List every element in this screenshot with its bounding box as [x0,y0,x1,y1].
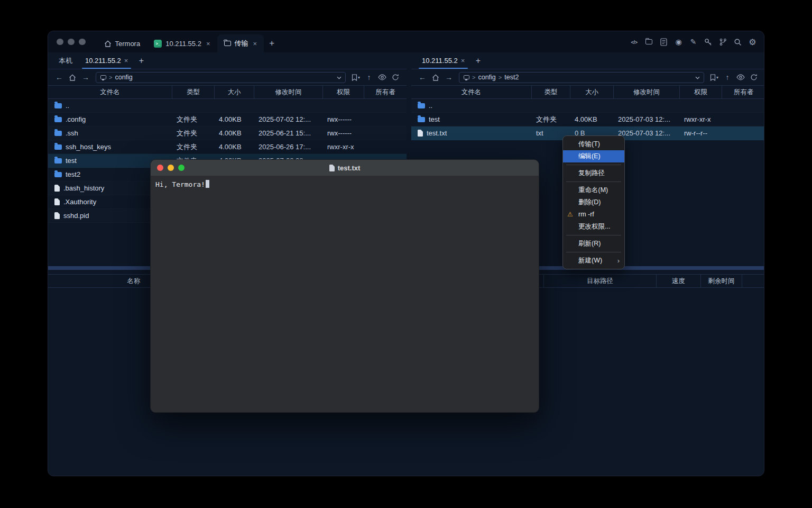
upload-button[interactable]: ↑ [363,71,375,83]
file-perm [680,99,722,112]
folder-icon[interactable] [644,38,653,47]
column-header-type[interactable]: 类型 [532,86,570,98]
column-header-name[interactable]: 文件名 [48,86,172,98]
pane-tab-bar: 10.211.55.2 × + [411,52,764,69]
file-row[interactable]: .ssh 文件夹4.00KB2025-06-21 15:...rwx------ [48,126,407,140]
column-header-perm[interactable]: 权限 [680,86,722,98]
tab-ssh-host[interactable]: >_ 10.211.55.2 × [147,34,217,52]
zoom-window-button[interactable] [79,39,86,46]
file-row[interactable]: .. [411,99,764,113]
show-hidden-button[interactable] [735,71,746,83]
file-table-header: 文件名 类型 大小 修改时间 权限 所有者 [411,85,764,99]
menu-item-delete[interactable]: 删除(D) [563,196,624,208]
titlebar-actions: </> ◉ ✎ ⚙ [630,31,757,52]
editor-titlebar[interactable]: test.txt [151,160,539,176]
menu-item-chmod[interactable]: 更改权限... [563,221,624,233]
column-header-mtime[interactable]: 修改时间 [614,86,680,98]
file-name-cell: .. [48,99,172,112]
caret-down-icon: ▾ [716,75,718,80]
home-button[interactable] [67,71,78,83]
editor-content[interactable]: Hi, Termora! [151,176,539,192]
home-button[interactable] [430,71,441,83]
breadcrumb-segment[interactable]: config [115,74,132,81]
close-icon[interactable]: × [124,57,128,65]
menu-item-copy-path[interactable]: 复制路径 [563,167,624,179]
menu-item-new[interactable]: 新建(W)› [563,255,624,267]
pane-tab-local[interactable]: 本机 [52,52,79,69]
file-name-cell: test.txt [411,126,532,140]
refresh-button[interactable] [390,71,401,83]
close-icon[interactable]: × [206,40,210,48]
path-bar[interactable]: > config > test2 [459,72,704,83]
tab-label: Termora [115,40,141,48]
back-button[interactable]: ← [53,71,65,83]
breadcrumb-segment[interactable]: config [478,74,495,81]
breadcrumb-segment[interactable]: test2 [504,74,519,81]
file-perm: rwx------ [323,126,364,140]
menu-item-rm-rf[interactable]: ⚠rm -rf [563,208,624,221]
file-row[interactable]: .config 文件夹4.00KB2025-07-02 12:...rwx---… [48,113,407,126]
file-row[interactable]: test 文件夹4.00KB2025-07-03 12:...rwxr-xr-x [411,113,764,126]
log-icon[interactable] [659,38,668,47]
close-icon[interactable]: × [461,57,465,65]
close-window-button[interactable] [57,39,63,46]
key-icon[interactable] [704,38,713,47]
file-type [172,99,215,112]
menu-separator [566,165,621,165]
settings-icon[interactable]: ⚙ [748,38,757,47]
minimize-window-button[interactable] [68,39,75,46]
forward-button[interactable]: → [443,71,455,83]
search-icon[interactable] [733,38,742,47]
close-window-button[interactable] [157,165,163,171]
add-tab-button[interactable]: + [471,52,485,69]
bookmark-button[interactable]: ▾ [350,71,362,83]
record-icon[interactable]: ◉ [674,38,683,47]
code-icon[interactable]: </> [630,38,639,47]
file-size [215,99,254,112]
transfer-column-target[interactable]: 目标路径 [544,275,657,287]
show-hidden-button[interactable] [376,71,388,83]
file-table-header: 文件名 类型 大小 修改时间 权限 所有者 [48,85,407,99]
edit-icon[interactable]: ✎ [689,38,698,47]
chevron-down-icon[interactable] [695,76,700,79]
branch-icon[interactable] [718,38,727,47]
column-header-name[interactable]: 文件名 [411,86,532,98]
menu-item-refresh[interactable]: 刷新(R) [563,238,624,250]
column-header-owner[interactable]: 所有者 [364,86,407,98]
bookmark-button[interactable]: ▾ [708,71,720,83]
close-icon[interactable]: × [253,40,257,48]
transfer-column-eta[interactable]: 剩余时间 [701,275,742,287]
column-header-size[interactable]: 大小 [570,86,614,98]
menu-item-rename[interactable]: 重命名(M) [563,184,624,196]
column-header-mtime[interactable]: 修改时间 [254,86,323,98]
back-button[interactable]: ← [417,71,428,83]
chevron-down-icon[interactable] [337,76,342,79]
refresh-icon [392,74,399,81]
file-row[interactable]: ssh_host_keys 文件夹4.00KB2025-06-26 17:...… [48,140,407,154]
menu-item-transfer[interactable]: 传输(T) [563,138,624,150]
refresh-button[interactable] [748,71,760,83]
file-list: .. test 文件夹4.00KB2025-07-03 12:...rwxr-x… [411,99,764,140]
editor-text: Hi, Termora! [155,180,205,188]
transfer-column-speed[interactable]: 速度 [657,275,701,287]
column-header-size[interactable]: 大小 [215,86,254,98]
minimize-window-button[interactable] [168,165,174,171]
titlebar: Termora >_ 10.211.55.2 × 传输 × + </> ◉ ✎ … [48,31,764,52]
file-icon [54,185,60,192]
upload-button[interactable]: ↑ [722,71,733,83]
tab-transfer[interactable]: 传输 × [217,34,264,52]
column-header-perm[interactable]: 权限 [323,86,364,98]
tab-termora[interactable]: Termora [97,34,147,52]
new-tab-button[interactable]: + [264,34,280,52]
file-size: 4.00KB [215,113,254,126]
column-header-type[interactable]: 类型 [172,86,215,98]
forward-button[interactable]: → [80,71,91,83]
pane-tab-host[interactable]: 10.211.55.2 × [79,52,134,69]
pane-tab-host[interactable]: 10.211.55.2 × [416,52,471,69]
zoom-window-button[interactable] [178,165,184,171]
add-tab-button[interactable]: + [134,52,148,69]
menu-item-edit[interactable]: 编辑(E) [563,150,624,162]
path-bar[interactable]: > config [96,72,346,83]
column-header-owner[interactable]: 所有者 [722,86,764,98]
file-row[interactable]: .. [48,99,407,113]
